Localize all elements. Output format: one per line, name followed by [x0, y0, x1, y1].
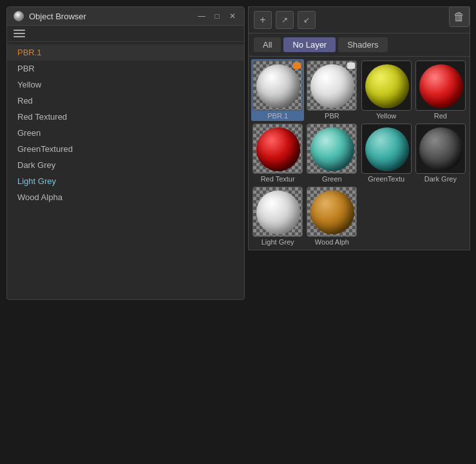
material-thumb-red-textured	[252, 124, 303, 174]
list-item[interactable]: Yellow	[7, 77, 244, 93]
list-item[interactable]: Green	[7, 125, 244, 141]
window-icon	[14, 11, 24, 21]
material-item-red-textured[interactable]: Red Textur	[251, 122, 304, 184]
material-item-dark-grey[interactable]: Dark Grey	[414, 122, 467, 184]
material-label: Red Textur	[252, 175, 303, 183]
sphere-container	[362, 124, 412, 174]
sphere-container	[416, 124, 466, 174]
sphere-container	[416, 61, 466, 111]
material-item-wood-alpha[interactable]: Wood Alph	[305, 185, 358, 247]
sphere-container	[362, 61, 412, 111]
sphere-container	[307, 124, 357, 174]
close-button[interactable]: ✕	[227, 11, 238, 21]
list-item[interactable]: Red	[7, 93, 244, 109]
material-label: Wood Alph	[307, 238, 357, 246]
material-item-green-textured[interactable]: GreenTextu	[360, 122, 413, 184]
list-item[interactable]: Wood Alpha	[7, 189, 244, 205]
material-browser-panel: + ↗ ↙ All No Layer Shaders PBR.1	[248, 6, 470, 250]
window-title: Object Browser	[29, 12, 86, 21]
material-label: PBR	[307, 112, 357, 120]
right-toolbar: + ↗ ↙	[249, 7, 470, 33]
material-thumb-light-grey	[252, 187, 303, 237]
material-thumb-yellow	[361, 60, 412, 111]
list-item[interactable]: Dark Grey	[7, 157, 244, 173]
tab-shaders[interactable]: Shaders	[338, 37, 387, 52]
material-thumb-dark-grey	[415, 124, 466, 174]
material-item-pbr[interactable]: PBR	[305, 59, 358, 121]
badge-white	[347, 62, 355, 69]
material-thumb-red	[415, 60, 466, 111]
list-item[interactable]: PBR	[7, 60, 244, 77]
list-item[interactable]: PBR.1	[7, 44, 244, 60]
arrow-down-button[interactable]: ↙	[298, 11, 316, 29]
material-thumb-pbr	[307, 60, 357, 111]
maximize-button[interactable]: □	[212, 11, 222, 21]
material-label: Dark Grey	[415, 175, 466, 183]
material-item-yellow[interactable]: Yellow	[360, 59, 413, 121]
material-label: Light Grey	[252, 238, 303, 246]
tab-bar: All No Layer Shaders	[249, 33, 470, 57]
tab-all[interactable]: All	[254, 37, 281, 52]
sphere-container	[253, 124, 303, 174]
arrow-up-button[interactable]: ↗	[276, 11, 294, 29]
trash-icon: 🗑	[453, 10, 465, 24]
toolbar	[7, 26, 244, 42]
object-list: PBR.1 PBR Yellow Red Red Textured Green …	[7, 42, 244, 299]
material-label: Yellow	[361, 112, 412, 120]
badge-orange	[293, 62, 301, 69]
list-item[interactable]: GreenTextured	[7, 141, 244, 157]
materials-grid: PBR.1 PBR Yellow	[249, 57, 470, 250]
title-bar: Object Browser — □ ✕	[7, 7, 244, 26]
list-item[interactable]: Red Textured	[7, 109, 244, 125]
material-item-light-grey[interactable]: Light Grey	[251, 185, 304, 247]
tab-no-layer[interactable]: No Layer	[283, 37, 336, 52]
add-button[interactable]: +	[254, 11, 272, 29]
material-thumb-green-textured	[361, 124, 412, 174]
title-bar-left: Object Browser	[14, 11, 86, 21]
material-thumb-pbr1	[252, 60, 303, 111]
object-browser-window: Object Browser — □ ✕ PBR.1 PBR Yellow Re…	[6, 6, 245, 300]
list-item[interactable]: Light Grey	[7, 173, 244, 189]
minimize-button[interactable]: —	[196, 11, 207, 21]
window-controls: — □ ✕	[196, 11, 238, 21]
sphere-container	[253, 187, 303, 237]
material-label: GreenTextu	[361, 175, 412, 183]
material-label: Green	[307, 175, 357, 183]
delete-button[interactable]: 🗑	[449, 6, 470, 27]
sphere-container	[307, 187, 357, 237]
hamburger-menu[interactable]	[14, 30, 238, 37]
material-item-red[interactable]: Red	[414, 59, 467, 121]
material-item-pbr1[interactable]: PBR.1	[251, 59, 304, 121]
material-item-green[interactable]: Green	[305, 122, 358, 184]
material-thumb-green	[307, 124, 357, 174]
material-label: Red	[415, 112, 466, 120]
material-thumb-wood-alpha	[307, 187, 357, 237]
material-label: PBR.1	[252, 112, 303, 120]
